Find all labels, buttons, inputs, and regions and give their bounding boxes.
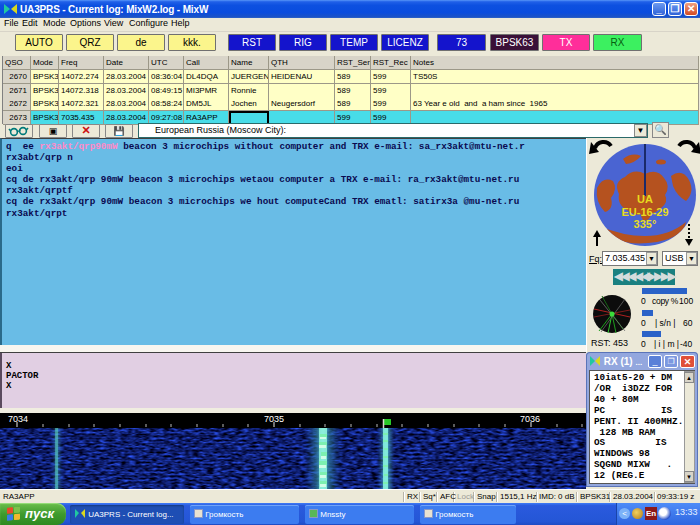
svg-text:EU-16-29: EU-16-29 <box>621 206 668 218</box>
svg-text:335°: 335° <box>634 218 657 230</box>
svg-text:UA: UA <box>637 193 653 205</box>
